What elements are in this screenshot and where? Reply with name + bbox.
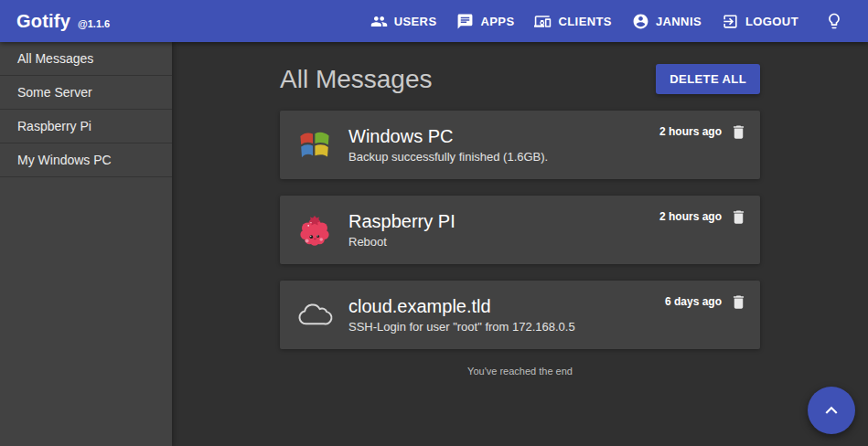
nav-users-label: USERS [394,15,437,28]
delete-message-button[interactable] [730,123,747,141]
nav-username-label: JANNIS [656,15,702,28]
sidebar-item-some-server[interactable]: Some Server [0,76,172,110]
app-title: Gotify [16,11,70,32]
message-card: Raspberry PI Reboot 2 hours ago [280,196,760,264]
nav-users-button[interactable]: USERS [363,7,445,36]
chevron-up-icon [820,398,843,422]
sidebar-item-label: My Windows PC [17,153,112,167]
end-of-list-text: You've reached the end [280,366,760,377]
message-timestamp: 6 days ago [665,293,722,311]
windows-logo-icon [296,125,333,165]
message-meta: 2 hours ago [659,208,747,226]
sidebar-item-label: Raspberry Pi [17,119,91,133]
app-bar: Gotify @1.1.6 USERS APPS CLIENTS JANNIS [0,0,868,42]
nav-logout-button[interactable]: LOGOUT [714,7,806,36]
message-text: cloud.example.tld SSH-Login for user "ro… [348,295,665,334]
raspberry-icon [296,210,333,250]
trash-icon [730,123,747,141]
scroll-to-top-button[interactable] [808,387,855,434]
theme-toggle-button[interactable] [820,7,848,35]
sidebar-item-my-windows-pc[interactable]: My Windows PC [0,143,172,177]
delete-all-button[interactable]: DELETE ALL [656,64,760,94]
message-text: Raspberry PI Reboot [348,210,659,250]
messages-list: Windows PC Backup successfully finished … [280,111,760,349]
trash-icon [730,208,747,226]
page-shell: All Messages Some Server Raspberry Pi My… [0,42,868,446]
brand: Gotify @1.1.6 [16,11,110,32]
delete-message-button[interactable] [730,208,747,226]
trash-icon [730,293,747,311]
messages-content: All Messages DELETE ALL Wind [280,42,760,377]
sidebar-item-label: Some Server [17,85,92,100]
logout-icon [722,13,739,30]
cloud-icon [296,295,333,335]
page-title: All Messages [280,65,433,94]
message-title: Raspberry PI [348,210,659,232]
message-timestamp: 2 hours ago [659,208,722,226]
sidebar-item-label: All Messages [17,51,93,66]
message-title: cloud.example.tld [348,295,665,317]
delete-message-button[interactable] [730,293,747,311]
message-card: cloud.example.tld SSH-Login for user "ro… [280,281,760,349]
main-area: All Messages DELETE ALL Wind [172,42,868,446]
devices-icon [534,13,552,30]
nav-logout-label: LOGOUT [745,15,798,28]
message-card: Windows PC Backup successfully finished … [280,111,760,179]
sidebar-item-raspberry-pi[interactable]: Raspberry Pi [0,110,172,143]
nav-apps-label: APPS [480,15,514,28]
message-body: SSH-Login for user "root" from 172.168.0… [348,320,665,334]
nav-clients-label: CLIENTS [558,15,611,28]
users-icon [370,13,388,30]
message-body: Reboot [348,235,659,250]
nav-apps-button[interactable]: APPS [449,7,521,36]
nav-user-account-button[interactable]: JANNIS [625,7,709,36]
app-bar-nav: USERS APPS CLIENTS JANNIS LOGOUT [363,7,848,36]
message-meta: 2 hours ago [659,123,747,141]
message-text: Windows PC Backup successfully finished … [348,125,659,165]
app-version: @1.1.6 [78,18,110,29]
sidebar: All Messages Some Server Raspberry Pi My… [0,42,172,446]
message-timestamp: 2 hours ago [659,123,722,141]
content-header: All Messages DELETE ALL [280,64,760,94]
message-meta: 6 days ago [665,293,747,311]
lightbulb-icon [825,12,843,30]
account-circle-icon [632,13,649,30]
nav-clients-button[interactable]: CLIENTS [527,7,618,36]
chat-bubble-icon [456,13,474,30]
message-body: Backup successfully finished (1.6GB). [348,150,659,165]
sidebar-item-all-messages[interactable]: All Messages [0,42,172,76]
message-title: Windows PC [348,125,659,147]
